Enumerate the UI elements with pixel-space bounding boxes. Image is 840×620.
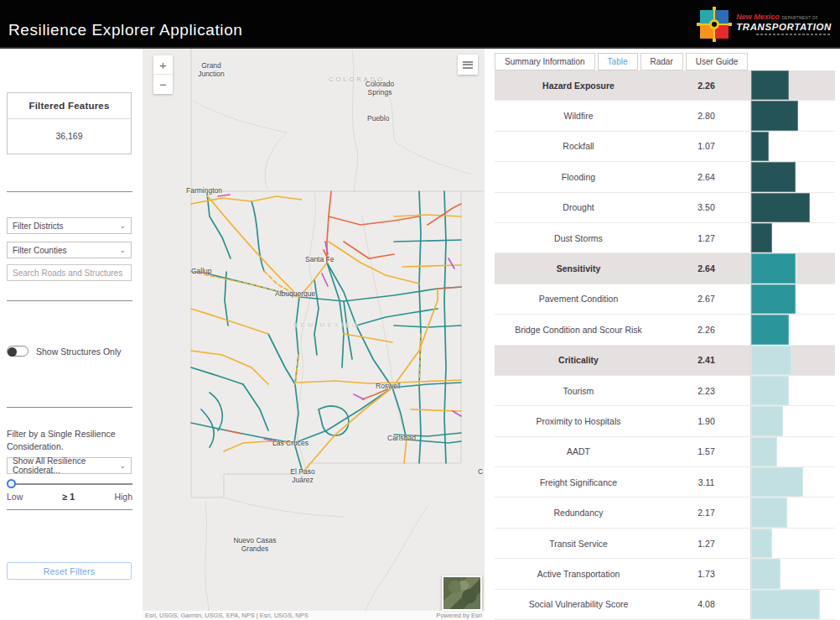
zoom-in-button[interactable]: + [153,55,173,75]
tab-user-guide[interactable]: User Guide [686,53,749,70]
page-title: Resilience Explorer Application [8,21,242,39]
row-bar-cell [750,590,835,619]
divider [7,191,132,192]
row-bar-cell [750,223,835,253]
resilience-explorer-app: Resilience Explorer Application New Mexi… [0,0,840,620]
score-bar [751,101,798,130]
filter-districts-select[interactable]: Filter Districts ⌄ [7,217,132,234]
row-label: Flooding [495,162,662,191]
row-label: Dust Storms [495,223,662,253]
tab-table[interactable]: Table [598,53,638,70]
row-value: 4.08 [662,590,750,619]
results-panel: Summary Information Table Radar User Gui… [485,49,840,620]
table-row: Social Vulnerability Score4.08 [495,590,835,620]
tab-summary-information[interactable]: Summary Information [495,53,595,70]
row-bar-cell [750,193,835,222]
row-bar-cell [750,406,835,435]
row-value: 2.41 [662,346,750,375]
table-row: Sensitivity2.64 [495,253,835,284]
row-value: 2.64 [662,162,750,191]
divider [7,407,132,408]
row-value: 2.23 [662,376,750,405]
zoom-out-button[interactable]: − [153,75,173,94]
map-canvas[interactable]: Grand Junction COLORADO Colorado Springs… [143,49,485,620]
resilience-score-table: Hazard Exposure2.26Wildfire2.80Rockfall1… [495,70,835,620]
filter-sidebar: Filtered Features 36,169 Filter District… [0,49,143,620]
table-row: Bridge Condition and Scour Risk2.26 [495,315,835,345]
table-row: AADT1.57 [495,437,835,467]
row-value: 1.73 [662,559,750,588]
attribution-powered-by: Powered by Esri [436,612,482,619]
slider-handle[interactable] [7,479,16,488]
row-value: 2.26 [662,70,750,100]
row-bar-cell [750,162,835,191]
collapse-panel-button[interactable] [458,55,478,75]
reset-filters-button[interactable]: Reset Filters [7,562,132,580]
table-row: Dust Storms1.27 [495,223,835,253]
row-label: Tourism [495,376,662,405]
row-bar-cell [750,529,835,558]
row-value: 2.67 [662,284,750,314]
score-bar [751,132,769,161]
row-label: Social Vulnerability Score [495,590,662,619]
resilience-consideration-value: Show All Resilience Considerat... [13,456,119,475]
row-bar-cell [750,467,835,497]
row-bar-cell [750,498,835,527]
row-value: 3.11 [662,467,750,497]
row-label: Hazard Exposure [495,70,662,100]
row-value: 1.27 [662,529,750,558]
table-row: Criticality2.41 [495,346,835,376]
single-consideration-label: Filter by a Single Resilience Considerat… [7,428,132,453]
row-label: Bridge Condition and Scour Risk [495,315,662,344]
slider-current-value: ≥ 1 [23,492,114,502]
row-value: 2.26 [662,315,750,344]
score-bar [751,406,783,435]
row-bar-cell [750,559,835,588]
map-attribution: Esri, USGS, Garmin, USGS, EPA, NPS | Esr… [143,611,485,620]
chevron-down-icon: ⌄ [119,246,126,254]
row-label: Redundancy [495,498,662,527]
row-label: Rockfall [495,132,662,161]
tab-radar[interactable]: Radar [640,53,683,70]
table-row: Redundancy2.17 [495,498,835,528]
logo-brand-mid: DEPARTMENT OF [782,17,818,21]
score-bar [751,223,772,253]
score-bar [751,193,810,222]
row-label: Wildfire [495,101,662,130]
show-structures-toggle[interactable] [7,346,29,357]
search-roads-input[interactable] [7,264,132,281]
row-label: Proximity to Hospitals [495,406,662,435]
resilience-score-slider: Low ≥ 1 High [7,477,132,502]
score-bar [751,498,787,527]
row-bar-cell [750,101,835,130]
row-bar-cell [750,376,835,405]
score-bar [751,376,789,405]
table-row: Rockfall1.07 [495,132,835,162]
filtered-features-title: Filtered Features [8,93,131,119]
row-bar-cell [750,132,835,161]
resilience-consideration-select[interactable]: Show All Resilience Considerat... ⌄ [7,457,132,474]
table-row: Active Transportation1.73 [495,559,835,589]
row-bar-cell [750,284,835,314]
row-label: Criticality [495,346,662,375]
filter-counties-select[interactable]: Filter Counties ⌄ [7,242,132,258]
slider-track[interactable] [8,483,132,485]
row-bar-cell [750,346,835,375]
table-row: Wildfire2.80 [495,101,835,131]
score-bar [751,467,803,497]
row-value: 2.80 [662,101,750,130]
row-value: 2.17 [662,498,750,527]
row-label: Transit Service [495,529,662,558]
basemap-toggle[interactable] [442,576,482,611]
row-value: 1.57 [662,437,750,466]
slider-low-label: Low [7,492,23,502]
row-bar-cell [750,315,835,344]
row-bar-cell [750,70,835,100]
row-value: 1.27 [662,223,750,253]
row-label: Pavement Condition [495,284,662,314]
table-row: Pavement Condition2.67 [495,284,835,315]
menu-lines-icon [463,61,473,69]
score-bar [751,253,796,283]
row-label: Sensitivity [495,253,662,283]
results-tabs: Summary Information Table Radar User Gui… [495,53,748,70]
